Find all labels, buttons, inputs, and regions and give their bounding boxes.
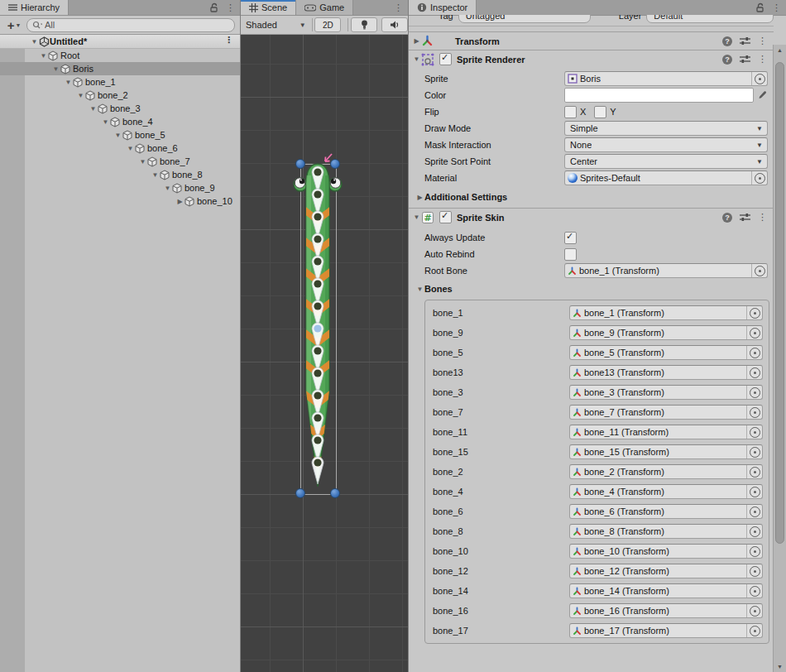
object-picker-button[interactable] [746,386,760,399]
bone-object-field[interactable]: bone_14 (Transform) [569,583,763,598]
object-picker-button[interactable] [751,264,765,277]
bone-object-field[interactable]: bone_16 (Transform) [569,603,763,618]
scrollbar-thumb[interactable] [775,62,784,544]
object-picker-button[interactable] [746,445,760,458]
object-picker-button[interactable] [746,604,760,617]
help-icon[interactable]: ? [722,55,732,65]
foldout-icon[interactable]: ▼ [51,65,60,73]
sprite-renderer-component-header[interactable]: ▼ Sprite Renderer ? ⋮ [409,50,774,68]
search-input[interactable] [45,20,229,30]
scene-menu-icon[interactable]: ⋮ [224,36,233,45]
bone-object-field[interactable]: bone_2 (Transform) [569,464,763,479]
flip-x-checkbox[interactable] [564,106,577,118]
bone-object-field[interactable]: bone_1 (Transform) [569,305,763,320]
tab-game[interactable]: Game [296,0,353,15]
help-icon[interactable]: ? [722,213,732,223]
mask-interaction-dropdown[interactable]: None ▼ [564,137,768,152]
scroll-up-icon[interactable]: ▲ [774,45,786,55]
hierarchy-item[interactable]: ▼ bone_9 [0,181,240,194]
foldout-icon[interactable]: ▼ [76,92,85,99]
help-icon[interactable]: ? [722,36,732,46]
object-picker-button[interactable] [751,171,765,185]
foldout-icon[interactable]: ▼ [126,145,135,152]
material-object-field[interactable]: Sprites-Default [564,170,768,185]
hierarchy-item[interactable]: ▼ Root [0,49,240,62]
hierarchy-item[interactable]: ▼ bone_8 [0,168,240,181]
auto-rebind-checkbox[interactable] [564,248,577,261]
hierarchy-item[interactable]: ▼ bone_4 [0,115,240,128]
object-picker-button[interactable] [746,425,760,439]
hierarchy-menu-icon[interactable]: ⋮ [226,3,235,12]
presets-icon[interactable] [740,36,750,46]
foldout-icon[interactable]: ▼ [138,158,147,166]
tag-dropdown[interactable]: Untagged [458,15,591,23]
component-menu-icon[interactable]: ⋮ [758,36,767,46]
bone-object-field[interactable]: bone_5 (Transform) [569,345,763,360]
eyedropper-icon[interactable] [757,90,767,100]
scene-menu-icon[interactable]: ⋮ [394,3,403,12]
object-picker-button[interactable] [746,326,760,339]
object-picker-button[interactable] [746,366,760,379]
shading-mode-dropdown[interactable]: Shaded ▼ [241,16,309,34]
object-picker-button[interactable] [751,72,765,85]
bone-object-field[interactable]: bone_7 (Transform) [569,405,763,420]
object-picker-button[interactable] [746,584,760,598]
object-picker-button[interactable] [746,525,760,538]
lock-open-icon[interactable] [756,2,765,12]
bone-object-field[interactable]: bone_6 (Transform) [569,504,763,519]
bone-object-field[interactable]: bone_11 (Transform) [569,425,763,439]
bone-object-field[interactable]: bone_4 (Transform) [569,484,763,499]
bone-object-field[interactable]: bone_10 (Transform) [569,544,763,559]
bones-foldout[interactable]: ▼ Bones [409,281,774,296]
inspector-scrollbar[interactable]: ▲ ▼ [773,45,786,672]
tab-scene[interactable]: Scene [241,0,296,15]
hierarchy-item[interactable]: ▼ bone_6 [0,142,240,155]
bone-object-field[interactable]: bone_15 (Transform) [569,444,763,459]
object-picker-button[interactable] [746,564,760,578]
component-menu-icon[interactable]: ⋮ [758,55,767,64]
object-picker-button[interactable] [746,545,760,558]
sprite-skin-component-header[interactable]: ▼ # Sprite Skin ? ⋮ [409,208,774,226]
hierarchy-item[interactable]: ▼ bone_7 [0,155,240,168]
layer-dropdown[interactable]: Default [646,15,774,23]
object-picker-button[interactable] [746,406,760,419]
sort-point-dropdown[interactable]: Center ▼ [564,154,768,169]
foldout-expanded-icon[interactable]: ▼ [30,38,39,46]
foldout-icon[interactable]: ▼ [163,185,172,192]
create-object-button[interactable]: +▼ [3,17,25,32]
draw-mode-dropdown[interactable]: Simple ▼ [564,121,768,136]
hierarchy-item[interactable]: ▶ bone_10 [0,194,240,208]
additional-settings-foldout[interactable]: ▶ Additional Settings [409,190,774,204]
presets-icon[interactable] [740,213,750,222]
foldout-icon[interactable]: ▶ [175,198,185,205]
hierarchy-item[interactable]: ▼ bone_5 [0,128,240,142]
bone-object-field[interactable]: bone_3 (Transform) [569,385,763,400]
sprite-skin-enabled-checkbox[interactable] [439,211,452,223]
boris-sprite[interactable] [290,159,345,500]
scroll-down-icon[interactable]: ▼ [774,661,786,672]
always-update-checkbox[interactable] [564,232,577,244]
object-picker-button[interactable] [746,465,760,478]
bone-object-field[interactable]: bone_8 (Transform) [569,524,763,539]
scene-viewport[interactable] [241,35,408,672]
scene-header-row[interactable]: ▼ Untitled* ⋮ [0,35,240,49]
object-picker-button[interactable] [746,505,760,518]
toggle-2d-button[interactable]: 2D [314,17,341,32]
foldout-collapsed-icon[interactable]: ▶ [412,37,421,45]
tab-hierarchy[interactable]: Hierarchy [0,0,69,15]
sprite-object-field[interactable]: Boris [564,71,768,86]
transform-component-header[interactable]: ▶ Transform ? ⋮ [409,31,774,50]
sprite-renderer-enabled-checkbox[interactable] [439,53,452,65]
color-swatch[interactable] [564,88,754,103]
presets-icon[interactable] [740,55,750,64]
hierarchy-item[interactable]: ▼ bone_3 [0,102,240,115]
object-picker-button[interactable] [746,624,760,637]
foldout-icon[interactable]: ▼ [151,171,160,179]
object-picker-button[interactable] [746,306,760,319]
foldout-expanded-icon[interactable]: ▼ [412,55,421,63]
flip-y-checkbox[interactable] [594,106,606,118]
object-picker-button[interactable] [746,485,760,498]
foldout-icon[interactable]: ▼ [101,118,110,126]
foldout-icon[interactable]: ▼ [39,52,48,60]
lock-open-icon[interactable] [210,2,219,12]
